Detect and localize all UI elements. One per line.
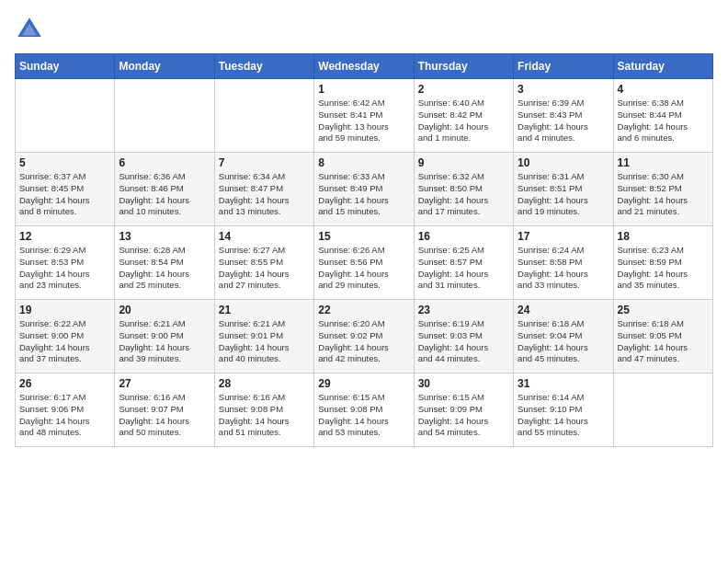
- cell-date-number: 29: [318, 377, 409, 390]
- cell-info-text: Sunrise: 6:19 AM Sunset: 9:03 PM Dayligh…: [418, 318, 509, 365]
- calendar-cell: 24Sunrise: 6:18 AM Sunset: 9:04 PM Dayli…: [514, 300, 613, 373]
- cell-date-number: 10: [518, 156, 609, 169]
- calendar-week-row: 26Sunrise: 6:17 AM Sunset: 9:06 PM Dayli…: [16, 373, 713, 447]
- cell-info-text: Sunrise: 6:24 AM Sunset: 8:58 PM Dayligh…: [518, 245, 609, 292]
- cell-info-text: Sunrise: 6:15 AM Sunset: 9:09 PM Dayligh…: [418, 392, 509, 439]
- day-header-row: SundayMondayTuesdayWednesdayThursdayFrid…: [16, 54, 713, 79]
- cell-info-text: Sunrise: 6:16 AM Sunset: 9:07 PM Dayligh…: [119, 392, 210, 439]
- day-header: Thursday: [414, 54, 513, 79]
- cell-date-number: 22: [318, 304, 409, 316]
- cell-date-number: 24: [518, 304, 609, 316]
- calendar-cell: 18Sunrise: 6:23 AM Sunset: 8:59 PM Dayli…: [613, 226, 712, 300]
- calendar-cell: 19Sunrise: 6:22 AM Sunset: 9:00 PM Dayli…: [16, 300, 115, 373]
- calendar-cell: 31Sunrise: 6:14 AM Sunset: 9:10 PM Dayli…: [514, 373, 613, 447]
- calendar-cell: 13Sunrise: 6:28 AM Sunset: 8:54 PM Dayli…: [115, 226, 214, 300]
- calendar-week-row: 5Sunrise: 6:37 AM Sunset: 8:45 PM Daylig…: [16, 153, 713, 226]
- calendar-cell: 29Sunrise: 6:15 AM Sunset: 9:08 PM Dayli…: [314, 373, 414, 447]
- cell-info-text: Sunrise: 6:29 AM Sunset: 8:53 PM Dayligh…: [19, 245, 110, 292]
- calendar-cell: 5Sunrise: 6:37 AM Sunset: 8:45 PM Daylig…: [16, 153, 115, 226]
- calendar-cell: 1Sunrise: 6:42 AM Sunset: 8:41 PM Daylig…: [314, 79, 414, 153]
- calendar-cell: 12Sunrise: 6:29 AM Sunset: 8:53 PM Dayli…: [16, 226, 115, 300]
- cell-date-number: 12: [19, 230, 110, 243]
- cell-date-number: 17: [518, 230, 609, 243]
- cell-info-text: Sunrise: 6:31 AM Sunset: 8:51 PM Dayligh…: [518, 171, 609, 218]
- cell-date-number: 7: [219, 156, 310, 169]
- cell-date-number: 25: [618, 304, 709, 316]
- cell-info-text: Sunrise: 6:15 AM Sunset: 9:08 PM Dayligh…: [318, 392, 409, 439]
- cell-date-number: 1: [318, 83, 409, 96]
- calendar-cell: 16Sunrise: 6:25 AM Sunset: 8:57 PM Dayli…: [414, 226, 513, 300]
- cell-info-text: Sunrise: 6:40 AM Sunset: 8:42 PM Dayligh…: [418, 98, 509, 144]
- calendar-cell: 20Sunrise: 6:21 AM Sunset: 9:00 PM Dayli…: [115, 300, 214, 373]
- cell-info-text: Sunrise: 6:21 AM Sunset: 9:00 PM Dayligh…: [119, 318, 210, 365]
- calendar-cell: 2Sunrise: 6:40 AM Sunset: 8:42 PM Daylig…: [414, 79, 513, 153]
- calendar-cell: 25Sunrise: 6:18 AM Sunset: 9:05 PM Dayli…: [613, 300, 712, 373]
- calendar-cell: 17Sunrise: 6:24 AM Sunset: 8:58 PM Dayli…: [514, 226, 613, 300]
- cell-info-text: Sunrise: 6:18 AM Sunset: 9:04 PM Dayligh…: [518, 318, 609, 365]
- calendar-cell: 4Sunrise: 6:38 AM Sunset: 8:44 PM Daylig…: [613, 79, 712, 153]
- logo-icon: [15, 15, 44, 44]
- cell-date-number: 16: [418, 230, 509, 243]
- cell-date-number: 19: [19, 304, 110, 316]
- calendar-week-row: 12Sunrise: 6:29 AM Sunset: 8:53 PM Dayli…: [16, 226, 713, 300]
- cell-info-text: Sunrise: 6:14 AM Sunset: 9:10 PM Dayligh…: [518, 392, 609, 439]
- cell-date-number: 2: [418, 83, 509, 96]
- cell-date-number: 9: [418, 156, 509, 169]
- calendar-cell: 22Sunrise: 6:20 AM Sunset: 9:02 PM Dayli…: [314, 300, 414, 373]
- cell-date-number: 21: [219, 304, 310, 316]
- day-header: Tuesday: [214, 54, 313, 79]
- cell-info-text: Sunrise: 6:37 AM Sunset: 8:45 PM Dayligh…: [19, 171, 110, 218]
- calendar-cell: 28Sunrise: 6:16 AM Sunset: 9:08 PM Dayli…: [214, 373, 313, 447]
- cell-info-text: Sunrise: 6:21 AM Sunset: 9:01 PM Dayligh…: [219, 318, 310, 365]
- cell-info-text: Sunrise: 6:28 AM Sunset: 8:54 PM Dayligh…: [119, 245, 210, 292]
- cell-info-text: Sunrise: 6:32 AM Sunset: 8:50 PM Dayligh…: [418, 171, 509, 218]
- day-header: Monday: [115, 54, 214, 79]
- page-header: [15, 15, 713, 44]
- calendar-cell: [214, 79, 313, 153]
- cell-date-number: 27: [119, 377, 210, 390]
- logo: [15, 15, 48, 44]
- calendar-cell: [16, 79, 115, 153]
- cell-date-number: 15: [318, 230, 409, 243]
- cell-date-number: 23: [418, 304, 509, 316]
- calendar-cell: 7Sunrise: 6:34 AM Sunset: 8:47 PM Daylig…: [214, 153, 313, 226]
- calendar-cell: 21Sunrise: 6:21 AM Sunset: 9:01 PM Dayli…: [214, 300, 313, 373]
- cell-date-number: 8: [318, 156, 409, 169]
- day-header: Friday: [514, 54, 613, 79]
- calendar-cell: 11Sunrise: 6:30 AM Sunset: 8:52 PM Dayli…: [613, 153, 712, 226]
- calendar-cell: 10Sunrise: 6:31 AM Sunset: 8:51 PM Dayli…: [514, 153, 613, 226]
- calendar-cell: 6Sunrise: 6:36 AM Sunset: 8:46 PM Daylig…: [115, 153, 214, 226]
- cell-date-number: 13: [119, 230, 210, 243]
- calendar-cell: [115, 79, 214, 153]
- cell-info-text: Sunrise: 6:38 AM Sunset: 8:44 PM Dayligh…: [618, 98, 709, 144]
- cell-info-text: Sunrise: 6:34 AM Sunset: 8:47 PM Dayligh…: [219, 171, 310, 218]
- cell-info-text: Sunrise: 6:27 AM Sunset: 8:55 PM Dayligh…: [219, 245, 310, 292]
- cell-info-text: Sunrise: 6:36 AM Sunset: 8:46 PM Dayligh…: [119, 171, 210, 218]
- cell-date-number: 20: [119, 304, 210, 316]
- calendar-cell: 3Sunrise: 6:39 AM Sunset: 8:43 PM Daylig…: [514, 79, 613, 153]
- calendar-cell: 8Sunrise: 6:33 AM Sunset: 8:49 PM Daylig…: [314, 153, 414, 226]
- cell-info-text: Sunrise: 6:33 AM Sunset: 8:49 PM Dayligh…: [318, 171, 409, 218]
- cell-date-number: 3: [518, 83, 609, 96]
- calendar-cell: 14Sunrise: 6:27 AM Sunset: 8:55 PM Dayli…: [214, 226, 313, 300]
- cell-date-number: 6: [119, 156, 210, 169]
- cell-date-number: 5: [19, 156, 110, 169]
- calendar-cell: 27Sunrise: 6:16 AM Sunset: 9:07 PM Dayli…: [115, 373, 214, 447]
- calendar-table: SundayMondayTuesdayWednesdayThursdayFrid…: [15, 53, 713, 447]
- calendar-cell: [613, 373, 712, 447]
- cell-date-number: 18: [618, 230, 709, 243]
- calendar-week-row: 1Sunrise: 6:42 AM Sunset: 8:41 PM Daylig…: [16, 79, 713, 153]
- calendar-cell: 23Sunrise: 6:19 AM Sunset: 9:03 PM Dayli…: [414, 300, 513, 373]
- cell-date-number: 11: [618, 156, 709, 169]
- cell-date-number: 28: [219, 377, 310, 390]
- calendar-cell: 9Sunrise: 6:32 AM Sunset: 8:50 PM Daylig…: [414, 153, 513, 226]
- cell-info-text: Sunrise: 6:42 AM Sunset: 8:41 PM Dayligh…: [318, 98, 409, 144]
- cell-info-text: Sunrise: 6:16 AM Sunset: 9:08 PM Dayligh…: [219, 392, 310, 439]
- cell-info-text: Sunrise: 6:30 AM Sunset: 8:52 PM Dayligh…: [618, 171, 709, 218]
- cell-info-text: Sunrise: 6:22 AM Sunset: 9:00 PM Dayligh…: [19, 318, 110, 365]
- cell-info-text: Sunrise: 6:26 AM Sunset: 8:56 PM Dayligh…: [318, 245, 409, 292]
- cell-date-number: 14: [219, 230, 310, 243]
- day-header: Wednesday: [314, 54, 414, 79]
- calendar-cell: 15Sunrise: 6:26 AM Sunset: 8:56 PM Dayli…: [314, 226, 414, 300]
- cell-date-number: 31: [518, 377, 609, 390]
